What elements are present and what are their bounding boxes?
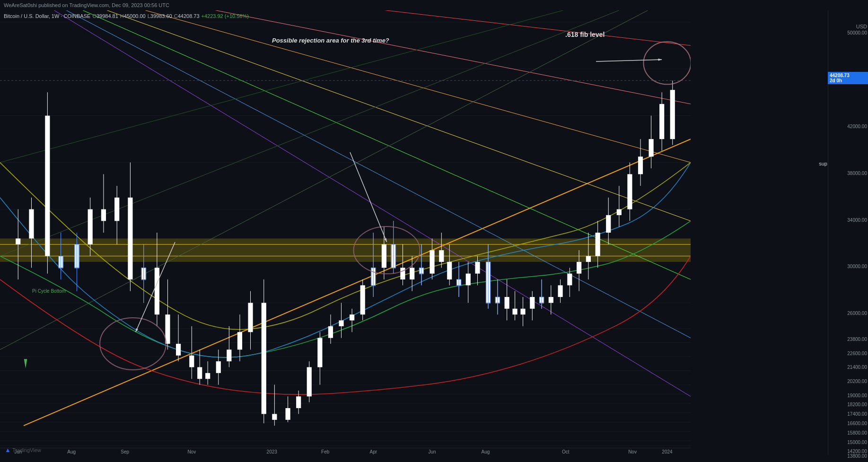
price-label: 15000.00	[847, 439, 867, 445]
ohlc-bar: Bitcoin / U.S. Dollar, 1W · COINBASE O39…	[4, 13, 249, 19]
close-value: C44208.73	[174, 13, 200, 19]
price-label: 23800.00	[847, 336, 867, 341]
currency-label: USD	[856, 24, 867, 29]
pi-cycle-annotation: Pi Cycle Bottom	[32, 288, 66, 294]
price-label: 17400.00	[847, 411, 867, 417]
time-label: Feb	[321, 449, 329, 454]
open-value: O39984.81	[92, 13, 118, 19]
price-label: 21400.00	[847, 365, 867, 370]
timeframe-label: 2d 0h	[830, 78, 866, 83]
time-label: Nov	[187, 449, 196, 454]
current-price-value: 44208.73	[830, 73, 866, 78]
tradingview-text: TradingView	[12, 447, 41, 453]
time-label: Nov	[628, 449, 637, 454]
price-label: 20200.00	[847, 378, 867, 384]
price-label: 38000.00	[847, 170, 867, 175]
chart-container: WeAreSat0shi published on TradingView.co…	[0, 0, 868, 462]
price-label: 34000.00	[847, 217, 867, 222]
price-label: 26000.00	[847, 311, 867, 316]
tradingview-logo: ▲ TradingView	[5, 446, 41, 453]
price-label: 19000.00	[847, 392, 867, 398]
time-label: Aug	[67, 449, 76, 454]
price-label: 30000.00	[847, 264, 867, 269]
price-label: 16600.00	[847, 420, 867, 426]
time-label: 2023	[267, 449, 277, 454]
high-value: H45000.00	[120, 13, 146, 19]
time-label: Jun	[428, 449, 436, 454]
time-axis: JunAugSepNov2023FebAprJunAugOctNov2024Fe…	[0, 448, 691, 455]
price-label: 13800.00	[847, 453, 867, 459]
price-label: 15800.00	[847, 430, 867, 435]
change-value: +4223.92 (+10.56%)	[202, 13, 249, 19]
current-price-badge: 44208.73 2d 0h	[828, 72, 868, 84]
price-label: 42000.00	[847, 123, 867, 129]
time-label: Oct	[562, 449, 570, 454]
time-label: 2024	[662, 449, 672, 454]
price-label: 50000.00	[847, 30, 867, 35]
price-label: 18200.00	[847, 402, 867, 407]
sup-label: sup	[819, 161, 827, 166]
top-bar: WeAreSat0shi published on TradingView.co…	[0, 0, 868, 10]
chart-area[interactable]: JunAugSepNov2023FebAprJunAugOctNov2024Fe…	[0, 10, 691, 455]
price-label: 22600.00	[847, 350, 867, 356]
pair-label: Bitcoin / U.S. Dollar, 1W · COINBASE	[4, 13, 90, 19]
time-label: Sep	[121, 449, 129, 454]
time-label: Aug	[482, 449, 490, 454]
time-label: Apr	[370, 449, 377, 454]
author-label: WeAreSat0shi published on TradingView.co…	[4, 2, 169, 8]
low-value: L39983.60	[148, 13, 172, 19]
